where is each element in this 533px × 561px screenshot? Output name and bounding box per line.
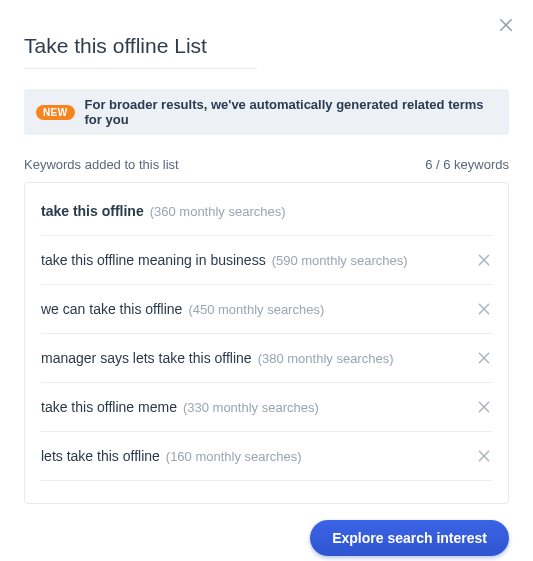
remove-keyword-icon[interactable] (476, 448, 492, 464)
keyword-row: we can take this offline(450 monthly sea… (41, 285, 492, 334)
remove-keyword-icon[interactable] (476, 301, 492, 317)
new-badge: NEW (36, 105, 75, 120)
remove-keyword-icon[interactable] (476, 399, 492, 415)
keywords-card: take this offline(360 monthly searches)t… (24, 182, 509, 504)
banner-text: For broader results, we've automatically… (85, 97, 497, 127)
info-banner: NEW For broader results, we've automatic… (24, 89, 509, 135)
remove-keyword-icon[interactable] (476, 252, 492, 268)
remove-keyword-icon[interactable] (476, 350, 492, 366)
keyword-meta: (160 monthly searches) (166, 449, 302, 464)
keyword-meta: (590 monthly searches) (272, 253, 408, 268)
keyword-term: manager says lets take this offline (41, 350, 252, 366)
footer: Explore search interest (24, 520, 509, 556)
keyword-term: we can take this offline (41, 301, 182, 317)
keyword-row: take this offline meaning in business(59… (41, 236, 492, 285)
keyword-term: take this offline meme (41, 399, 177, 415)
list-header-label: Keywords added to this list (24, 157, 179, 172)
page-title: Take this offline List (24, 34, 257, 69)
keyword-row: take this offline meme(330 monthly searc… (41, 383, 492, 432)
keyword-row: lets take this offline(160 monthly searc… (41, 432, 492, 481)
keyword-row: take this offline(360 monthly searches) (41, 183, 492, 236)
explore-search-interest-button[interactable]: Explore search interest (310, 520, 509, 556)
keyword-count: 6 / 6 keywords (425, 157, 509, 172)
keyword-term: take this offline (41, 203, 144, 219)
close-icon[interactable] (497, 16, 515, 34)
keyword-meta: (380 monthly searches) (258, 351, 394, 366)
list-header: Keywords added to this list 6 / 6 keywor… (24, 157, 509, 172)
keyword-term: take this offline meaning in business (41, 252, 266, 268)
modal: Take this offline List NEW For broader r… (0, 0, 533, 561)
keyword-row: manager says lets take this offline(380 … (41, 334, 492, 383)
keyword-term: lets take this offline (41, 448, 160, 464)
keyword-meta: (450 monthly searches) (188, 302, 324, 317)
keyword-meta: (330 monthly searches) (183, 400, 319, 415)
keyword-meta: (360 monthly searches) (150, 204, 286, 219)
